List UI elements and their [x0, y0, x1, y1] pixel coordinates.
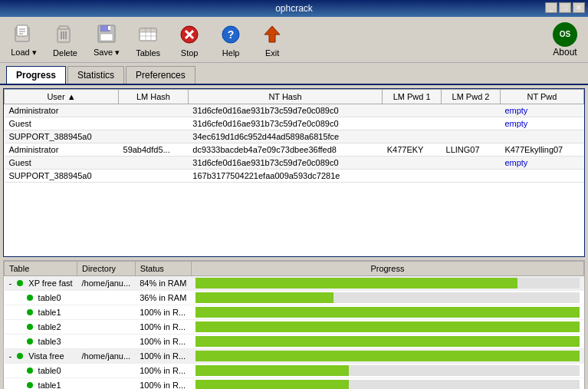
col-nt-pwd: NT Pwd	[500, 90, 583, 104]
load-icon	[11, 21, 36, 46]
maximize-button[interactable]: □	[559, 2, 571, 13]
child-directory-cell	[77, 364, 136, 378]
child-name-cell: table2	[5, 320, 77, 335]
child-progress-cell	[191, 364, 583, 378]
lm-pwd2-cell	[442, 170, 501, 183]
svg-rect-12	[100, 34, 113, 41]
child-dot	[27, 368, 33, 374]
lm-hash-cell	[119, 157, 189, 170]
tables-icon	[136, 22, 160, 47]
group-dot	[17, 280, 23, 286]
col-table: Table	[5, 262, 77, 276]
lm-pwd2-cell	[442, 104, 501, 117]
group-name-cell: - Vista free	[5, 349, 77, 364]
tables-button[interactable]: Tables	[129, 21, 167, 59]
tab-preferences[interactable]: Preferences	[126, 66, 195, 84]
svg-text:?: ?	[228, 28, 235, 41]
exit-label: Exit	[265, 48, 279, 58]
delete-label: Delete	[53, 48, 77, 58]
lm-pwd1-cell	[383, 157, 442, 170]
svg-rect-1	[17, 25, 28, 36]
group-status-cell: 100% in R...	[135, 349, 191, 364]
save-button[interactable]: Save ▾	[87, 20, 126, 59]
table-row[interactable]: Administrator 31d6cfe0d16ae931b73c59d7e0…	[5, 104, 584, 117]
tables-label: Tables	[136, 48, 160, 58]
user-cell: Guest	[5, 157, 119, 170]
minimize-button[interactable]: _	[545, 2, 557, 13]
tables-progress-table: Table Directory Status Progress - XP fre…	[4, 261, 584, 389]
tab-statistics[interactable]: Statistics	[67, 66, 124, 84]
svg-rect-6	[59, 26, 68, 29]
col-user[interactable]: User ▲	[5, 90, 119, 104]
tab-progress[interactable]: Progress	[6, 66, 66, 84]
about-button[interactable]: OS About	[547, 21, 583, 59]
nt-pwd-cell: empty	[500, 104, 583, 117]
user-cell: Guest	[5, 117, 119, 130]
progress-child-row: table0 36% in RAM	[5, 291, 584, 305]
stop-icon	[177, 22, 202, 47]
progress-child-row: table1 100% in R...	[5, 378, 584, 390]
nt-hash-cell: 34ec619d1d6c952d44ad5898a6815fce	[188, 130, 382, 143]
child-dot	[27, 338, 33, 344]
delete-button[interactable]: Delete	[46, 21, 84, 59]
lm-pwd1-cell	[383, 130, 442, 143]
window-controls[interactable]: _ □ ✕	[545, 2, 585, 13]
close-button[interactable]: ✕	[573, 2, 585, 13]
table-row[interactable]: Guest 31d6cfe0d16ae931b73c59d7e0c089c0 e…	[5, 157, 584, 170]
nt-pwd-cell: K477Ekylling07	[500, 143, 583, 157]
stop-button[interactable]: Stop	[170, 21, 209, 59]
lm-pwd1-cell	[383, 117, 442, 130]
lm-hash-cell: 59ab4dfd5...	[119, 143, 189, 157]
lm-hash-cell	[119, 104, 189, 117]
about-icon: OS	[553, 22, 577, 47]
child-name-cell: table0	[5, 364, 77, 378]
lm-pwd1-cell	[383, 170, 442, 183]
child-name-cell: table3	[5, 335, 77, 349]
child-name-cell: table1	[5, 305, 77, 320]
main-table-section: User ▲ LM Hash NT Hash LM Pwd 1 LM Pwd 2…	[3, 88, 585, 257]
help-button[interactable]: ? Help	[212, 21, 250, 59]
nt-hash-cell: 31d6cfe0d16ae931b73c59d7e0c089c0	[188, 157, 382, 170]
progress-group-row: - Vista free /home/janu... 100% in R...	[5, 349, 584, 364]
exit-icon	[260, 22, 284, 47]
col-lm-hash: LM Hash	[119, 90, 189, 104]
help-label: Help	[222, 48, 240, 58]
child-status-cell: 36% in RAM	[135, 291, 191, 305]
table-row[interactable]: Guest 31d6cfe0d16ae931b73c59d7e0c089c0 e…	[5, 117, 584, 130]
table-row[interactable]: SUPPORT_388945a0 167b3177504221efaa009a5…	[5, 170, 584, 183]
child-progress-cell	[191, 320, 583, 335]
about-label: About	[553, 47, 577, 58]
child-status-cell: 100% in R...	[135, 335, 191, 349]
group-progress-cell	[191, 349, 583, 364]
child-status-cell: 100% in R...	[135, 320, 191, 335]
nt-pwd-cell	[500, 130, 583, 143]
lm-pwd1-cell	[383, 104, 442, 117]
svg-marker-24	[264, 26, 280, 42]
user-cell: Administrator	[5, 104, 119, 117]
load-button[interactable]: Load ▾	[5, 20, 43, 59]
child-name-cell: table1	[5, 378, 77, 390]
col-directory: Directory	[77, 262, 136, 276]
group-progress-cell	[191, 276, 583, 291]
save-label: Save ▾	[94, 48, 120, 58]
col-nt-hash: NT Hash	[188, 90, 382, 104]
table-row[interactable]: Administrator 59ab4dfd5... dc9333bacdeb4…	[5, 143, 584, 157]
nt-hash-cell: 167b3177504221efaa009a593dc7281e	[188, 170, 382, 183]
user-cell: SUPPORT_388945a0	[5, 170, 119, 183]
progress-child-row: table3 100% in R...	[5, 335, 584, 349]
progress-group-row: - XP free fast /home/janu... 84% in RAM	[5, 276, 584, 291]
child-progress-cell	[191, 291, 583, 305]
child-status-cell: 100% in R...	[135, 364, 191, 378]
tab-bar: Progress Statistics Preferences	[0, 63, 588, 85]
exit-button[interactable]: Exit	[253, 21, 291, 59]
lm-pwd1-cell: K477EKY	[383, 143, 442, 157]
nt-hash-cell: dc9333bacdeb4a7e09c73dbee36ffed8	[188, 143, 382, 157]
lm-hash-cell	[119, 117, 189, 130]
progress-child-row: table0 100% in R...	[5, 364, 584, 378]
child-directory-cell	[77, 320, 136, 335]
child-directory-cell	[77, 378, 136, 390]
col-progress: Progress	[191, 262, 583, 276]
table-row[interactable]: SUPPORT_388945a0 34ec619d1d6c952d44ad589…	[5, 130, 584, 143]
toolbar: Load ▾ Delete Save ▾	[0, 17, 588, 63]
child-status-cell: 100% in R...	[135, 378, 191, 390]
